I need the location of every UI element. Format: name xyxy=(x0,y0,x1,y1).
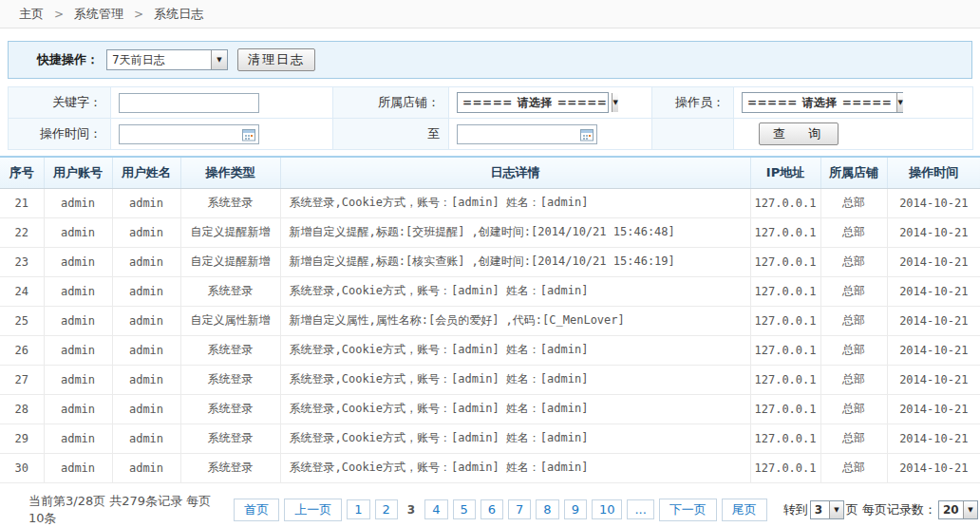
cell-account: admin xyxy=(44,423,112,453)
breadcrumb-item-system-log: 系统日志 xyxy=(154,7,203,21)
cell-no: 30 xyxy=(0,453,44,482)
table-header-row: 序号 用户账号 用户姓名 操作类型 日志详情 IP地址 所属店铺 操作时间 xyxy=(0,157,980,188)
cell-name: admin xyxy=(112,217,180,247)
column-header-detail: 日志详情 xyxy=(280,157,750,188)
breadcrumb-separator: > xyxy=(134,8,143,21)
page-link[interactable]: 10 xyxy=(592,499,623,519)
breadcrumb-separator: > xyxy=(54,8,64,21)
cell-shop: 总部 xyxy=(820,247,887,276)
column-header-no: 序号 xyxy=(0,157,44,188)
keyword-input[interactable] xyxy=(119,93,259,113)
cell-account: admin xyxy=(44,365,112,394)
cell-account: admin xyxy=(44,306,112,335)
per-page-select[interactable]: 20 ▼ xyxy=(938,500,978,519)
page-links: 12345678910... xyxy=(347,499,659,519)
cell-ip: 127.0.0.1 xyxy=(750,247,820,276)
clear-logs-button[interactable]: 清理日志 xyxy=(237,48,315,71)
cell-no: 23 xyxy=(0,247,44,276)
operator-select-value: ===== 请选择 ===== xyxy=(743,93,896,112)
table-row: 23 admin admin 自定义提醒新增 新增自定义提醒,标题:[核实查账]… xyxy=(0,247,980,276)
cell-name: admin xyxy=(112,453,180,482)
cell-shop: 总部 xyxy=(820,394,887,423)
operator-select[interactable]: ===== 请选择 ===== ▼ xyxy=(742,92,903,113)
cell-account: admin xyxy=(44,276,112,306)
chevron-down-icon: ▼ xyxy=(963,501,977,518)
page-link[interactable]: 5 xyxy=(453,499,476,519)
page-link[interactable]: 8 xyxy=(536,499,558,519)
cell-type: 系统登录 xyxy=(180,276,280,306)
table-row: 25 admin admin 自定义属性新增 新增自定义属性,属性名称:[会员的… xyxy=(0,306,980,335)
cell-shop: 总部 xyxy=(820,217,887,247)
cell-no: 22 xyxy=(0,217,44,247)
cell-ip: 127.0.0.1 xyxy=(750,453,820,482)
cell-ip: 127.0.0.1 xyxy=(750,276,820,306)
first-page-button[interactable]: 首页 xyxy=(234,499,279,521)
table-row: 22 admin admin 自定义提醒新增 新增自定义提醒,标题:[交班提醒]… xyxy=(0,217,980,247)
search-button[interactable]: 查 询 xyxy=(759,122,839,145)
pagination-summary: 当前第3/28页 共279条记录 每页10条 xyxy=(28,493,220,527)
cell-no: 25 xyxy=(0,306,44,335)
per-page-label: 每页记录数： xyxy=(858,501,936,518)
cell-name: admin xyxy=(112,188,180,217)
column-header-account: 用户账号 xyxy=(44,157,112,188)
page-link[interactable]: ... xyxy=(627,499,653,519)
goto-suffix: 页 xyxy=(846,501,858,518)
cell-time: 2014-10-21 xyxy=(887,335,980,365)
table-row: 27 admin admin 系统登录 系统登录,Cookie方式，账号：[ad… xyxy=(0,365,980,394)
column-header-shop: 所属店铺 xyxy=(820,157,887,188)
cell-detail: 系统登录,Cookie方式，账号：[admin] 姓名：[admin] xyxy=(280,335,750,365)
cell-detail: 系统登录,Cookie方式，账号：[admin] 姓名：[admin] xyxy=(280,276,750,306)
page-link[interactable]: 9 xyxy=(564,499,587,519)
goto-page-select[interactable]: 3 ▼ xyxy=(810,500,844,519)
page-link[interactable]: 6 xyxy=(481,499,503,519)
chevron-down-icon: ▼ xyxy=(896,93,902,112)
page-link[interactable]: 7 xyxy=(508,499,531,519)
time-start-input[interactable] xyxy=(119,124,259,144)
cell-type: 系统登录 xyxy=(180,335,280,365)
last-page-button[interactable]: 尾页 xyxy=(722,499,767,521)
cell-type: 系统登录 xyxy=(180,423,280,453)
breadcrumb: 主页>系统管理>系统日志 xyxy=(0,0,980,28)
chevron-down-icon: ▼ xyxy=(829,501,843,518)
column-header-name: 用户姓名 xyxy=(112,157,180,188)
cell-ip: 127.0.0.1 xyxy=(750,306,820,335)
cell-time: 2014-10-21 xyxy=(887,423,980,453)
cell-account: admin xyxy=(44,335,112,365)
cell-no: 26 xyxy=(0,335,44,365)
calendar-icon[interactable] xyxy=(580,128,594,144)
cell-ip: 127.0.0.1 xyxy=(750,217,820,247)
cell-detail: 系统登录,Cookie方式，账号：[admin] 姓名：[admin] xyxy=(280,394,750,423)
next-page-button[interactable]: 下一页 xyxy=(659,499,717,521)
log-age-select[interactable]: 7天前日志 ▼ xyxy=(106,49,228,70)
cell-time: 2014-10-21 xyxy=(887,365,980,394)
time-label: 操作时间： xyxy=(9,119,111,150)
cell-detail: 新增自定义属性,属性名称:[会员的爱好] ,代码:[C_MenLover] xyxy=(280,306,750,335)
time-end-input[interactable] xyxy=(457,124,597,144)
breadcrumb-item-system-admin[interactable]: 系统管理 xyxy=(74,7,123,21)
shop-select[interactable]: ===== 请选择 ===== ▼ xyxy=(457,92,609,113)
page-link[interactable]: 2 xyxy=(375,499,398,519)
table-row: 24 admin admin 系统登录 系统登录,Cookie方式，账号：[ad… xyxy=(0,276,980,306)
cell-time: 2014-10-21 xyxy=(887,394,980,423)
keyword-label: 关键字： xyxy=(9,87,111,119)
calendar-icon[interactable] xyxy=(242,128,255,144)
cell-shop: 总部 xyxy=(820,365,887,394)
cell-type: 系统登录 xyxy=(180,394,280,423)
cell-time: 2014-10-21 xyxy=(887,453,980,482)
page-link-current: 3 xyxy=(403,500,420,519)
cell-time: 2014-10-21 xyxy=(887,306,980,335)
page-link[interactable]: 1 xyxy=(347,499,369,519)
table-row: 26 admin admin 系统登录 系统登录,Cookie方式，账号：[ad… xyxy=(0,335,980,365)
goto-page-value: 3 xyxy=(811,501,829,518)
cell-time: 2014-10-21 xyxy=(887,276,980,306)
filter-panel: 关键字： 所属店铺： ===== 请选择 ===== ▼ 操作员： ===== … xyxy=(8,86,973,150)
operator-label: 操作员： xyxy=(652,87,734,119)
cell-no: 29 xyxy=(0,423,44,453)
prev-page-button[interactable]: 上一页 xyxy=(284,499,342,521)
breadcrumb-item-home[interactable]: 主页 xyxy=(19,7,44,21)
cell-time: 2014-10-21 xyxy=(887,247,980,276)
quick-operations-bar: 快捷操作： 7天前日志 ▼ 清理日志 xyxy=(8,41,972,79)
cell-detail: 系统登录,Cookie方式，账号：[admin] 姓名：[admin] xyxy=(280,365,750,394)
page-link[interactable]: 4 xyxy=(424,499,447,519)
cell-shop: 总部 xyxy=(820,423,887,453)
